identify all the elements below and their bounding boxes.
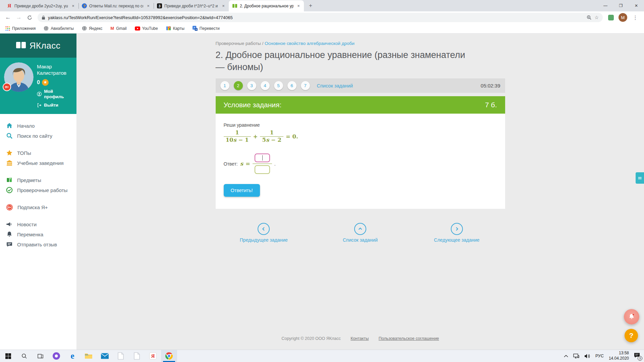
sidebar-item-label: Предметы [17,177,41,183]
language-indicator[interactable]: РУС [595,354,604,358]
answer-period: . [274,161,276,167]
breadcrumb-current-link[interactable]: Основное свойство алгебраической дроби [265,41,355,46]
exercise-number-1[interactable]: 1 [220,81,229,90]
breadcrumb-separator: / [262,41,264,46]
document-app-button-2[interactable] [129,350,145,362]
yandex-browser-button[interactable]: Я [145,350,161,362]
browser-tab-2[interactable]: ? Ответы Mail.ru: переход по ссы × [78,0,154,11]
sidebar-item-feedback[interactable]: Отправить отзыв [6,239,76,249]
window-minimize-button[interactable]: — [598,0,613,11]
bookmark-youtube[interactable]: YouTube [135,26,158,31]
volume-icon[interactable] [584,354,590,359]
network-icon[interactable] [573,354,579,359]
equation: 1 10s − 1 + 1 5s − 2 = 0. [224,130,497,143]
answer-submit-button[interactable]: Ответить! [224,184,260,197]
sidebar-item-home[interactable]: Начало [6,121,76,131]
sidebar-item-label: Новости [17,222,37,227]
clock[interactable]: 13:58 14.04.2020 [609,351,629,361]
exercise-number-6[interactable]: 6 [287,81,297,90]
reload-button[interactable] [25,13,34,22]
sidebar-item-institutions[interactable]: Учебные заведения [6,158,76,168]
denominator-input[interactable] [255,165,270,174]
new-tab-button[interactable]: + [306,1,315,10]
contacts-link[interactable]: Контакты [351,336,369,341]
exercise-number-5[interactable]: 5 [274,81,283,90]
numerator-input[interactable] [255,154,270,162]
previous-task-button[interactable]: Предыдущее задание [216,223,312,243]
sidebar-item-tops[interactable]: ТОПы [6,148,76,158]
browser-tab-1[interactable]: Я Приведи дроби 2yu2+2uy, yut– × [3,0,78,11]
sidebar-item-ya-plus[interactable]: Я+ Подписка Я+ [6,202,76,212]
task-list-link[interactable]: Список заданий [317,83,353,88]
forward-button[interactable]: → [14,13,23,22]
mail-app-button[interactable] [97,350,113,362]
breadcrumb-parent[interactable]: Проверочные работы [216,41,261,46]
task-list-button[interactable]: Список заданий [312,223,409,243]
browser-profile-avatar[interactable]: M [619,13,627,22]
bookmark-yandex[interactable]: Яндекс [82,26,102,31]
browser-tab-4-active[interactable]: 2. Дробное рациональное урав × [229,0,304,11]
exercise-number-7[interactable]: 7 [301,81,310,90]
extension-icon[interactable] [608,15,614,20]
exercise-bottom-nav: Предыдущее задание Список заданий Следую… [216,223,505,243]
answer-fraction [253,154,272,174]
profile-icon [37,92,42,97]
tab-close-icon[interactable]: × [146,3,151,8]
svg-text:Я+: Я+ [8,205,11,209]
browser-menu-icon[interactable]: ⋮ [630,14,641,21]
chevron-up-circle-icon [354,223,366,235]
task-view-button[interactable] [32,350,48,362]
sidebar-item-site-search[interactable]: Поиск по сайту [6,131,76,141]
yaklass-logo[interactable]: ЯКласс [0,34,76,58]
sidebar-item-news[interactable]: Новости [6,219,76,229]
alice-app-button[interactable] [48,350,64,362]
zoom-page-icon[interactable] [587,15,592,20]
address-bar[interactable]: yaklass.ru/TestWorkRun/Exercise?testResu… [38,13,603,22]
window-close-button[interactable]: ✕ [629,0,644,11]
tab-close-icon[interactable]: × [221,3,226,8]
taskbar-search-button[interactable] [16,350,32,362]
window-maximize-button[interactable]: ❐ [613,0,629,11]
browser-toolbar: ← → yaklass.ru/TestWorkRun/Exercise?test… [0,11,644,23]
tray-expand-chevron-icon[interactable] [564,355,568,358]
help-button[interactable]: ? [625,329,638,342]
windows-taskbar: e Я РУС 13:58 14.04.2020 [0,350,644,362]
bookmark-maps[interactable]: Карты [166,26,184,31]
user-agreement-link[interactable]: Пользовательское соглашение [379,336,439,341]
tab-close-icon[interactable]: × [70,3,76,8]
fraction-numerator: 1 [268,130,275,136]
edge-app-button[interactable]: e [64,350,80,362]
next-task-button[interactable]: Следующее задание [409,223,505,243]
tab-title: Приведи дроби t^2/t^2–u^2 и [164,4,218,8]
exercise-number-4[interactable]: 4 [261,81,270,90]
sidebar-item-peremenka[interactable]: Переменка [6,229,76,239]
file-explorer-button[interactable] [80,350,97,362]
sidebar-item-subjects[interactable]: Предметы [6,175,76,185]
avatar[interactable]: Я+ [4,62,34,92]
action-center-button[interactable]: 3 [634,353,640,359]
chrome-app-button-active[interactable] [161,350,177,362]
bookmark-gmail[interactable]: M Gmail [110,26,126,31]
bookmark-aviabilety[interactable]: Авиабилеты [44,26,74,31]
tab-title: Приведи дроби 2yu2+2uy, yut– [14,4,68,8]
browser-tab-3[interactable]: 3 Приведи дроби t^2/t^2–u^2 и × [154,0,229,11]
bookmark-star-icon[interactable]: ☆ [594,15,599,20]
back-button[interactable]: ← [3,13,13,22]
sidebar-item-label: Подписка Я+ [17,204,48,210]
exercise-number-3[interactable]: 3 [247,81,256,90]
sidebar-menu: Начало Поиск по сайту ТОПы Учебные завед… [0,114,76,249]
bookmark-apps[interactable]: Приложения [5,26,36,31]
notification-bell-button[interactable] [624,309,639,324]
exercise-number-2-active[interactable]: 2 [234,81,243,90]
bookmark-translate[interactable]: Aя Перевести [193,26,220,31]
chevron-right-circle-icon [451,223,463,235]
tab-close-icon[interactable]: × [296,3,301,8]
logout-link[interactable]: Выйти [37,103,72,108]
document-app-button[interactable] [113,350,129,362]
my-profile-link[interactable]: Мой профиль [37,89,72,100]
edge-icon: e [70,351,74,361]
start-button[interactable] [0,350,16,362]
sidebar-item-tests[interactable]: Проверочные работы [6,185,76,195]
my-profile-label: Мой профиль [44,89,72,100]
feedback-envelope-tab[interactable]: ✉ [636,172,644,184]
